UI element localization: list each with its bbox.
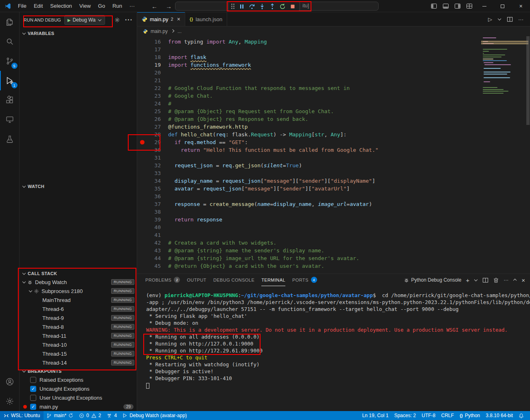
callstack-mainthread[interactable]: MainThreadRUNNING bbox=[20, 295, 137, 304]
section-call-stack[interactable]: CALL STACK bbox=[20, 269, 137, 278]
editor-scrollbar[interactable] bbox=[526, 36, 530, 125]
terminal-output[interactable]: (env) pierrick@LAPTOP-HKU5PNNG:~/git/goo… bbox=[137, 286, 530, 389]
statusbar-indentation[interactable]: Spaces: 2 bbox=[391, 411, 418, 420]
menu-edit[interactable]: Edit bbox=[30, 0, 46, 12]
callstack-thread-11[interactable]: Thread-11RUNNING bbox=[20, 331, 137, 340]
gutter[interactable] bbox=[137, 208, 147, 216]
start-debugging-icon[interactable]: ▶ bbox=[68, 18, 71, 22]
gutter[interactable] bbox=[137, 46, 147, 53]
checkbox[interactable] bbox=[30, 377, 36, 383]
menu-[interactable]: ··· bbox=[126, 0, 138, 12]
stop-button[interactable] bbox=[287, 2, 298, 11]
gutter[interactable] bbox=[137, 185, 147, 192]
callstack-thread-10[interactable]: Thread-10RUNNING bbox=[20, 340, 137, 349]
activity-accounts[interactable] bbox=[0, 372, 20, 392]
statusbar-remote[interactable]: WSL: Ubuntu bbox=[0, 411, 44, 420]
statusbar-problems[interactable]: 0 2 bbox=[76, 411, 104, 420]
debug-settings-gear-icon[interactable] bbox=[114, 17, 120, 23]
drag-grip-icon[interactable] bbox=[231, 4, 234, 9]
checkbox[interactable] bbox=[30, 395, 36, 401]
gutter[interactable] bbox=[137, 38, 147, 46]
breakpoint-row-user-uncaught-exceptions[interactable]: User Uncaught Exceptions bbox=[20, 393, 137, 402]
callstack-subprocess-2180[interactable]: Subprocess 2180RUNNING bbox=[20, 287, 137, 295]
pause-button[interactable] bbox=[237, 2, 247, 11]
gutter[interactable] bbox=[137, 69, 147, 77]
gutter[interactable] bbox=[137, 239, 147, 247]
section-variables[interactable]: VARIABLES bbox=[20, 29, 137, 37]
gutter[interactable] bbox=[137, 154, 147, 162]
statusbar-notifications[interactable] bbox=[516, 411, 527, 420]
back-icon[interactable]: ← bbox=[151, 3, 158, 10]
gutter[interactable] bbox=[137, 200, 147, 208]
gutter[interactable] bbox=[137, 254, 147, 262]
step-out-button[interactable] bbox=[267, 2, 277, 11]
section-watch[interactable]: WATCH bbox=[20, 182, 137, 190]
activity-remote-explorer[interactable] bbox=[0, 110, 20, 129]
menu-run[interactable]: Run bbox=[109, 0, 126, 12]
gutter[interactable] bbox=[137, 146, 147, 154]
gutter[interactable] bbox=[137, 84, 147, 92]
menu-file[interactable]: File bbox=[14, 0, 30, 12]
checkbox[interactable]: ✓ bbox=[30, 404, 36, 410]
toggle-panel-icon[interactable] bbox=[440, 0, 451, 12]
callstack-debug-watch[interactable]: Debug WatchRUNNING bbox=[20, 278, 137, 287]
menu-go[interactable]: Go bbox=[94, 0, 109, 12]
statusbar-cursor-position[interactable]: Ln 19, Col 1 bbox=[359, 411, 392, 420]
gutter[interactable] bbox=[137, 177, 147, 185]
gutter[interactable] bbox=[137, 61, 147, 69]
breadcrumb[interactable]: main.py ... bbox=[137, 26, 530, 36]
statusbar-encoding[interactable]: UTF-8 bbox=[419, 411, 438, 420]
activity-search[interactable] bbox=[0, 32, 20, 51]
menu-view[interactable]: View bbox=[76, 0, 94, 12]
statusbar-language[interactable]: {} Python bbox=[457, 411, 483, 420]
chevron-down-icon[interactable] bbox=[498, 17, 501, 20]
toggle-sidebar-icon[interactable] bbox=[428, 0, 440, 12]
panel-tab-output[interactable]: OUTPUT bbox=[187, 274, 206, 286]
panel-tab-debug-console[interactable]: DEBUG CONSOLE bbox=[213, 274, 254, 286]
activity-source-control[interactable]: 5 bbox=[0, 51, 20, 71]
split-editor-icon[interactable] bbox=[507, 16, 513, 22]
section-breakpoints[interactable]: BREAKPOINTS bbox=[20, 367, 137, 375]
gutter[interactable] bbox=[137, 92, 147, 100]
panel-tab-terminal[interactable]: TERMINAL bbox=[261, 274, 285, 286]
customize-layout-icon[interactable] bbox=[463, 0, 475, 12]
callstack-thread-15[interactable]: Thread-15RUNNING bbox=[20, 349, 137, 358]
step-into-button[interactable] bbox=[257, 2, 267, 11]
statusbar-ports[interactable]: 4 bbox=[104, 411, 120, 420]
more-actions-icon[interactable]: ··· bbox=[504, 277, 508, 283]
breakpoint-row-main-py[interactable]: ✓main.py29 bbox=[20, 402, 137, 411]
close-panel-icon[interactable]: × bbox=[521, 277, 525, 284]
callstack-thread-6[interactable]: Thread-6RUNNING bbox=[20, 304, 137, 313]
gutter[interactable] bbox=[137, 100, 147, 107]
panel-tab-problems[interactable]: PROBLEMS2 bbox=[145, 274, 180, 286]
gutter[interactable] bbox=[137, 231, 147, 239]
code-editor[interactable]: 16from typing import Any, Mapping1718imp… bbox=[137, 36, 530, 273]
breadcrumb-symbol[interactable]: ... bbox=[177, 28, 182, 34]
gutter[interactable] bbox=[137, 138, 147, 146]
activity-testing[interactable] bbox=[0, 129, 20, 149]
activity-extensions[interactable] bbox=[0, 90, 20, 110]
kill-terminal-icon[interactable] bbox=[493, 277, 499, 283]
toggle-secondary-sidebar-icon[interactable] bbox=[451, 0, 463, 12]
gutter[interactable] bbox=[137, 77, 147, 84]
statusbar-eol[interactable]: CRLF bbox=[438, 411, 457, 420]
tab-main-py[interactable]: main.py 2 × bbox=[137, 12, 185, 26]
step-over-button[interactable] bbox=[247, 2, 257, 11]
gutter[interactable] bbox=[137, 123, 147, 131]
minimap[interactable] bbox=[483, 37, 523, 95]
forward-icon[interactable]: → bbox=[166, 3, 172, 10]
gutter[interactable] bbox=[137, 131, 147, 138]
gutter[interactable] bbox=[137, 247, 147, 254]
chevron-down-icon[interactable] bbox=[474, 278, 477, 281]
gutter[interactable] bbox=[137, 216, 147, 223]
statusbar-interpreter[interactable]: 3.8.10 64-bit bbox=[483, 411, 516, 420]
split-terminal-icon[interactable] bbox=[482, 277, 488, 283]
restart-button[interactable] bbox=[277, 2, 287, 11]
breakpoint-row-raised-exceptions[interactable]: Raised Exceptions bbox=[20, 375, 137, 384]
gutter[interactable] bbox=[137, 53, 147, 61]
debug-config-dropdown[interactable]: ▶ Debug Wa bbox=[64, 15, 105, 25]
callstack-thread-9[interactable]: Thread-9RUNNING bbox=[20, 313, 137, 322]
callstack-thread-8[interactable]: Thread-8RUNNING bbox=[20, 322, 137, 331]
close-window-button[interactable]: × bbox=[512, 0, 530, 12]
gutter[interactable] bbox=[137, 169, 147, 177]
